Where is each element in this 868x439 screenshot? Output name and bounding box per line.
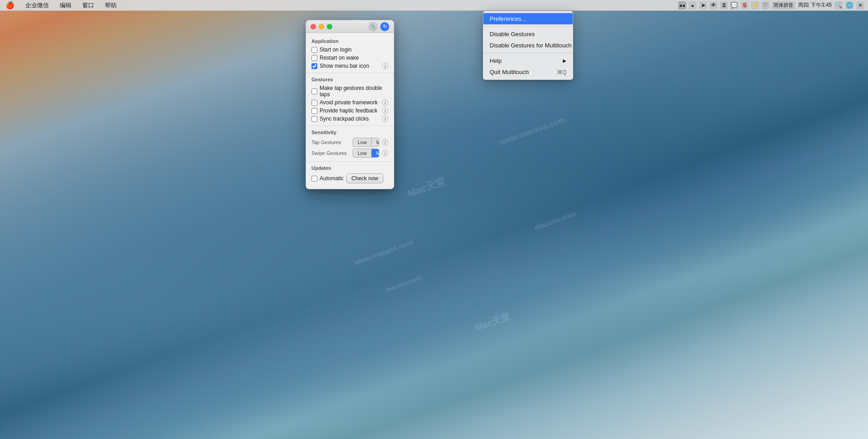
show-menu-bar-checkbox[interactable]: [311, 63, 317, 69]
application-section-header: Application: [311, 38, 388, 44]
avoid-private-label: Avoid private framework: [320, 99, 380, 106]
menu-help[interactable]: Help ▶: [483, 55, 573, 66]
sync-trackpad-info-icon[interactable]: i: [382, 116, 388, 122]
watermark-3: macass.com: [384, 274, 422, 294]
menu-separator-2: [483, 53, 573, 53]
automatic-checkbox[interactable]: [311, 176, 317, 182]
sensitivity-header: Sensitivity: [311, 130, 388, 135]
window-content: Application Start on login Restart on wa…: [306, 33, 394, 189]
titlebar-actions: 📎 ↻: [368, 22, 389, 31]
avoid-private-checkbox[interactable]: [311, 100, 317, 106]
swipe-gestures-control: Low Med High: [353, 149, 379, 158]
restart-wake-checkbox[interactable]: [311, 55, 317, 61]
search-icon[interactable]: 🔍: [835, 1, 843, 9]
menubar-edit[interactable]: 编辑: [58, 1, 73, 9]
show-menu-bar-row: Show menu bar icon i: [311, 63, 388, 69]
menubar-time: 周四 下午3:45: [798, 1, 832, 9]
tray-icon-7[interactable]: ⚡: [751, 1, 759, 9]
haptic-label: Provide haptic feedback: [320, 107, 380, 114]
menu-icon[interactable]: ≡: [856, 1, 864, 9]
watermark-6: macass.com: [533, 210, 577, 232]
maximize-button[interactable]: [327, 24, 332, 29]
sensitivity-section: Sensitivity Tap Gestures Low Med High i …: [311, 130, 388, 158]
menubar-window[interactable]: 窗口: [80, 1, 96, 9]
gestures-section-header: Gestures: [311, 77, 388, 82]
desktop: 🍎 企业微信 编辑 窗口 帮助 ●● ⬥ ➤ 👁 S 💬 S ⚡ ♡ 简体拼音 …: [0, 0, 868, 439]
haptic-info-icon[interactable]: i: [382, 107, 388, 114]
divider-2: [306, 126, 394, 126]
tap-gestures-label: Tap Gestures: [311, 140, 350, 145]
menu-disable-gestures-multitouch[interactable]: Disable Gestures for Multitouch: [483, 40, 573, 51]
window-titlebar: 📎 ↻: [306, 20, 394, 33]
sync-trackpad-row: Sync trackpad clicks i: [311, 116, 388, 122]
avoid-private-info-icon[interactable]: i: [382, 99, 388, 106]
tap-gestures-info-icon[interactable]: i: [382, 139, 388, 145]
tray-icon-2[interactable]: ➤: [699, 1, 707, 9]
watermark-5: www.macass.com: [498, 115, 566, 148]
updates-row: Automatic Check now: [311, 173, 388, 183]
restart-wake-row: Restart on wake: [311, 55, 388, 61]
automatic-label: Automatic: [320, 175, 344, 182]
help-arrow-icon: ▶: [563, 58, 566, 63]
titlebar-paperclip-icon[interactable]: 📎: [368, 22, 377, 31]
watermark-4: Mac天堂: [474, 310, 511, 334]
menubar-left: 🍎 企业微信 编辑 窗口 帮助: [4, 1, 118, 9]
start-login-checkbox[interactable]: [311, 47, 317, 53]
titlebar-refresh-icon[interactable]: ↻: [380, 22, 389, 31]
sync-trackpad-label: Sync trackpad clicks: [320, 116, 380, 122]
tray-icon-4[interactable]: S: [720, 1, 728, 9]
divider-3: [306, 161, 394, 162]
tap-double-row: Make tap gestures double taps: [311, 85, 388, 98]
show-menu-bar-label: Show menu bar icon: [320, 63, 380, 69]
restart-wake-label: Restart on wake: [320, 55, 388, 61]
watermark-1: Mac天堂: [406, 174, 447, 201]
tray-icon-6[interactable]: S: [741, 1, 749, 9]
tray-icon-input-method[interactable]: 简体拼音: [772, 1, 795, 9]
swipe-low-btn[interactable]: Low: [353, 149, 372, 157]
tap-gestures-control: Low Med High: [353, 138, 379, 147]
tap-double-checkbox[interactable]: [311, 89, 317, 94]
quit-shortcut: ⌘Q: [557, 69, 566, 75]
menubar: 🍎 企业微信 编辑 窗口 帮助 ●● ⬥ ➤ 👁 S 💬 S ⚡ ♡ 简体拼音 …: [0, 0, 868, 11]
menubar-app-name[interactable]: 企业微信: [24, 1, 51, 9]
updates-section-header: Updates: [311, 165, 388, 171]
swipe-gestures-row: Swipe Gestures Low Med High i: [311, 149, 388, 158]
start-login-label: Start on login: [320, 47, 388, 53]
menubar-right: ●● ⬥ ➤ 👁 S 💬 S ⚡ ♡ 简体拼音 周四 下午3:45 🔍 🌐 ≡: [678, 1, 864, 9]
divider-1: [306, 73, 394, 73]
tray-icons: ●● ⬥ ➤ 👁 S 💬 S ⚡ ♡ 简体拼音: [678, 1, 795, 9]
tap-gestures-row: Tap Gestures Low Med High i: [311, 138, 388, 147]
menu-separator-1: [483, 26, 573, 27]
dropdown-menu: Preferences... Disable Gestures Disable …: [483, 11, 573, 80]
sync-trackpad-checkbox[interactable]: [311, 116, 317, 122]
preferences-window: 📎 ↻ Application Start on login Restart o…: [306, 20, 394, 189]
menu-preferences[interactable]: Preferences...: [483, 13, 573, 24]
automatic-row: Automatic: [311, 175, 344, 182]
tray-icon-3[interactable]: 👁: [709, 1, 717, 9]
avoid-private-row: Avoid private framework i: [311, 99, 388, 106]
haptic-checkbox[interactable]: [311, 108, 317, 114]
menu-quit[interactable]: Quit Multitouch ⌘Q: [483, 66, 573, 78]
swipe-med-btn[interactable]: Med: [372, 149, 379, 157]
tray-icon-1[interactable]: ⬥: [689, 1, 697, 9]
tap-low-btn[interactable]: Low: [353, 138, 372, 146]
minimize-button[interactable]: [319, 24, 324, 29]
haptic-row: Provide haptic feedback i: [311, 107, 388, 114]
globe-icon[interactable]: 🌐: [845, 1, 854, 9]
tray-icon-5[interactable]: 💬: [730, 1, 738, 9]
menu-disable-gestures[interactable]: Disable Gestures: [483, 28, 573, 40]
show-menu-bar-info-icon[interactable]: i: [382, 63, 388, 69]
tap-med-btn[interactable]: Med: [372, 138, 379, 146]
tap-double-label: Make tap gestures double taps: [320, 85, 388, 98]
swipe-gestures-label: Swipe Gestures: [311, 150, 350, 156]
start-login-row: Start on login: [311, 47, 388, 53]
watermark-2: www.macass.com: [353, 238, 414, 267]
check-now-button[interactable]: Check now: [346, 173, 383, 183]
close-button[interactable]: [311, 24, 316, 29]
multitouch-tray-icon[interactable]: ●●: [678, 1, 686, 9]
apple-menu[interactable]: 🍎: [4, 1, 16, 9]
menubar-help[interactable]: 帮助: [103, 1, 118, 9]
tray-icon-8[interactable]: ♡: [761, 1, 769, 9]
swipe-gestures-info-icon[interactable]: i: [382, 150, 388, 156]
